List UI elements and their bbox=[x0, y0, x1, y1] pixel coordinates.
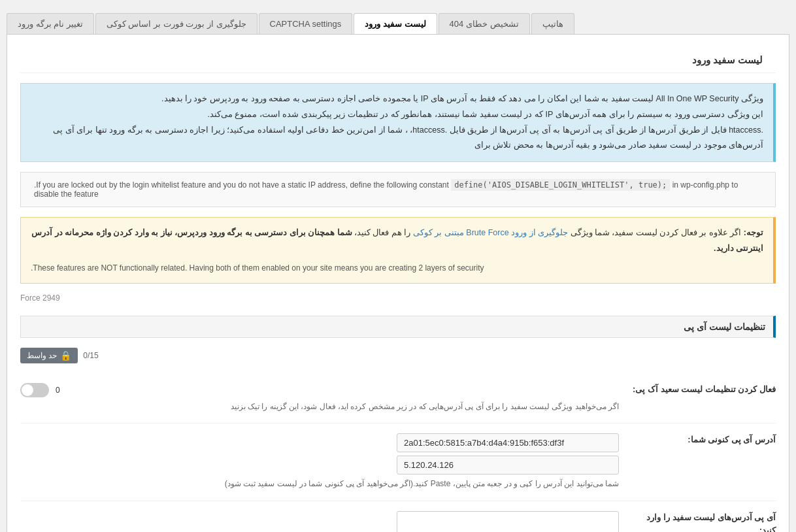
tab-settings[interactable]: هاتیپ bbox=[531, 13, 574, 34]
info-text-3: .htaccess فایل از طریق آدرس‌ها از طریق آ… bbox=[31, 123, 763, 154]
warning-text-2: را هم فعال کنید، bbox=[354, 228, 410, 237]
tab-brute-force[interactable]: جلوگیری از بورت فورت بر اساس کوکی bbox=[95, 13, 257, 34]
enable-whitelist-row: فعال کردن تنظیمات لیست سعید آک پی: 0 اگر… bbox=[20, 373, 776, 424]
tab-404-detection[interactable]: تشخیص خطای 404 bbox=[439, 13, 530, 34]
info-box-blue: ویژگی All In One WP Security لیست سفید ب… bbox=[20, 83, 776, 162]
force-text: Force 2949 bbox=[20, 293, 776, 303]
warning-text-1: اگر علاوه بر فعال کردن لیست سفید، شما وی… bbox=[571, 228, 742, 237]
ip-field-2 bbox=[397, 456, 619, 474]
warning-box: توجه: اگر علاوه بر فعال کردن لیست سفید، … bbox=[20, 217, 776, 284]
ip-field-1 bbox=[397, 433, 619, 452]
whitelist-ips-textarea[interactable] bbox=[397, 511, 619, 532]
warning-main-text: توجه: اگر علاوه بر فعال کردن لیست سفید، … bbox=[31, 225, 763, 257]
your-ip-control: شما می‌توانید این آدرس را کپی و در جعبه … bbox=[20, 433, 619, 490]
pro-badge-label: حد واسط bbox=[27, 351, 57, 360]
ip-paste-hint: شما می‌توانید این آدرس را کپی و در جعبه … bbox=[20, 478, 619, 490]
tab-change-login-page[interactable]: تغییر نام برگه ورود bbox=[7, 13, 94, 34]
your-ip-label: آدرس آی پی کنونی شما: bbox=[632, 433, 776, 447]
warning-notice-label: توجه: bbox=[744, 228, 763, 237]
code-notice: .If you are locked out by the login whit… bbox=[20, 172, 776, 207]
section-header: تنظیمات لیست آی پی bbox=[20, 316, 776, 338]
pro-badge-bar: 0/15 🔒 حد واسط bbox=[20, 348, 776, 363]
lock-icon: 🔒 bbox=[60, 350, 71, 361]
page-title: لیست سفید ورود bbox=[20, 48, 776, 73]
tab-whitelist[interactable]: لیست سفید ورود bbox=[354, 13, 437, 34]
info-text-1: ویژگی All In One WP Security لیست سفید ب… bbox=[31, 91, 763, 107]
brute-force-link[interactable]: جلوگیری از ورود Brute Force مبتنی بر کوک… bbox=[413, 228, 568, 237]
whitelist-ips-control: یک یا چند آدرس IP یا مجودده IP را که می … bbox=[20, 511, 619, 532]
enable-whitelist-description: اگر می‌خواهید ویژگی لیست سفید را برای آی… bbox=[20, 401, 619, 413]
whitelist-ips-label: آی پی آدرس‌های لیست سفید را وارد کنید: bbox=[632, 511, 776, 532]
tab-navigation: تغییر نام برگه ورود جلوگیری از بورت فورت… bbox=[7, 13, 789, 34]
tab-captcha-settings[interactable]: CAPTCHA settings bbox=[259, 13, 353, 34]
code-notice-code: define('AIOS_DISABLE_LOGIN_WHITELIST', t… bbox=[451, 179, 670, 191]
toggle-wrapper: 0 bbox=[20, 383, 619, 397]
whitelist-ips-row: آی پی آدرس‌های لیست سفید را وارد کنید: ی… bbox=[20, 501, 776, 532]
pro-count: 0/15 bbox=[83, 351, 98, 360]
your-ip-row: آدرس آی پی کنونی شما: شما می‌توانید این … bbox=[20, 424, 776, 501]
enable-whitelist-label: فعال کردن تنظیمات لیست سعید آک پی: bbox=[632, 383, 776, 397]
content-panel: لیست سفید ورود ویژگی All In One WP Secur… bbox=[7, 34, 789, 532]
enable-whitelist-toggle[interactable] bbox=[20, 383, 49, 397]
info-text-2: این ویژگی دسترسی ورود به سیستم را برای ه… bbox=[31, 107, 763, 123]
code-notice-before: .If you are locked out by the login whit… bbox=[34, 180, 449, 190]
toggle-value-label: 0 bbox=[56, 386, 60, 395]
enable-whitelist-control: 0 اگر می‌خواهید ویژگی لیست سفید را برای … bbox=[20, 383, 619, 413]
warning-en-notice: .These features are NOT functionally rel… bbox=[31, 261, 763, 276]
pro-badge: 🔒 حد واسط bbox=[20, 348, 78, 363]
